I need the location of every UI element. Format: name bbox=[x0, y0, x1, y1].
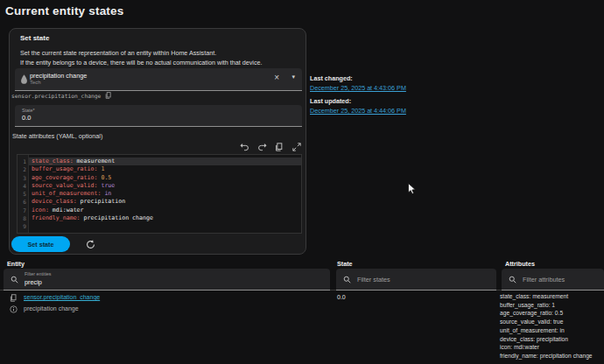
line-number: 6 bbox=[18, 198, 28, 206]
line-number: 4 bbox=[18, 182, 28, 190]
card-description-line1: Set the current state representation of … bbox=[20, 49, 216, 57]
editor-line[interactable]: state_class: measurement bbox=[29, 158, 301, 165]
search-icon bbox=[343, 276, 351, 284]
clear-entity-icon[interactable]: × bbox=[274, 73, 279, 83]
info-icon[interactable] bbox=[10, 305, 18, 313]
redo-icon[interactable] bbox=[257, 143, 267, 151]
set-state-card: Set state Set the current state represen… bbox=[9, 28, 306, 255]
last-updated-label: Last updated: bbox=[310, 97, 351, 105]
attribute-line: buffer_usage_ratio: 1 bbox=[500, 301, 604, 310]
line-number: 2 bbox=[18, 165, 28, 173]
attribute-line: unit_of_measurement: in bbox=[500, 326, 604, 335]
filter-entities-input[interactable]: Filter entities precip bbox=[4, 269, 330, 290]
last-updated-link[interactable]: December 25, 2025 at 4:44:06 PM bbox=[310, 107, 406, 115]
entity-picker[interactable]: precipitation change Tech × ▾ bbox=[15, 68, 302, 91]
search-icon bbox=[11, 276, 18, 284]
line-number: 9 bbox=[18, 222, 28, 230]
row-state-value: 0.0 bbox=[337, 294, 346, 300]
copy-entity-id-icon[interactable] bbox=[105, 92, 111, 99]
expand-editor-icon[interactable] bbox=[292, 143, 302, 151]
line-number: 7 bbox=[18, 206, 28, 214]
state-input[interactable]: State* 0.0 bbox=[15, 105, 302, 127]
line-number: 1 bbox=[18, 158, 28, 165]
entity-picker-value: precipitation change bbox=[30, 72, 87, 80]
attribute-line: source_value_valid: true bbox=[500, 318, 604, 326]
editor-code[interactable]: state_class: measurementbuffer_usage_rat… bbox=[29, 155, 301, 233]
yaml-attributes-label: State attributes (YAML, optional) bbox=[12, 132, 102, 140]
line-number: 5 bbox=[18, 190, 28, 198]
editor-line[interactable]: friendly_name: precipitation change bbox=[29, 214, 301, 222]
entity-id-text: sensor.precipitation_change bbox=[11, 93, 101, 99]
copy-yaml-icon[interactable] bbox=[275, 143, 284, 151]
yaml-editor[interactable]: 123456789 state_class: measurementbuffer… bbox=[17, 154, 302, 234]
state-input-value: 0.0 bbox=[22, 114, 31, 122]
column-header-state: State bbox=[337, 260, 353, 268]
chevron-down-icon[interactable]: ▾ bbox=[291, 74, 295, 80]
line-number: 8 bbox=[18, 214, 28, 222]
entity-picker-area: Tech bbox=[30, 80, 41, 85]
attribute-line: device_class: precipitation bbox=[500, 335, 604, 344]
line-number: 3 bbox=[18, 174, 28, 182]
row-friendly-name: precipitation change bbox=[24, 305, 79, 312]
page-title: Current entity states bbox=[5, 4, 123, 18]
last-changed-link[interactable]: December 25, 2025 at 4:43:06 PM bbox=[310, 84, 406, 92]
card-description-line2: If the entity belongs to a device, there… bbox=[20, 59, 262, 66]
water-drop-icon bbox=[20, 74, 28, 84]
set-state-button[interactable]: Set state bbox=[11, 236, 70, 252]
filter-attributes-input[interactable]: Filter attributes bbox=[502, 269, 604, 290]
editor-line[interactable]: unit_of_measurement: in bbox=[29, 190, 301, 198]
column-header-entity: Entity bbox=[7, 260, 25, 268]
editor-line[interactable]: age_coverage_ratio: 0.5 bbox=[29, 174, 301, 182]
editor-line[interactable]: source_value_valid: true bbox=[29, 182, 301, 190]
refresh-icon[interactable] bbox=[86, 240, 95, 249]
editor-line[interactable]: device_class: precipitation bbox=[29, 198, 301, 206]
state-input-label: State* bbox=[22, 108, 35, 113]
last-changed-label: Last changed: bbox=[310, 74, 353, 82]
copy-row-entity-icon[interactable] bbox=[10, 294, 17, 302]
filter-states-input[interactable]: Filter states bbox=[336, 269, 496, 290]
search-icon bbox=[509, 276, 516, 284]
column-header-attributes: Attributes bbox=[505, 260, 535, 268]
filter-entities-label: Filter entities bbox=[25, 271, 52, 276]
attribute-line: age_coverage_ratio: 0.5 bbox=[500, 309, 604, 318]
row-entity-link[interactable]: sensor.precipitation_change bbox=[24, 294, 100, 300]
mouse-cursor bbox=[408, 183, 417, 195]
undo-icon[interactable] bbox=[240, 143, 249, 151]
editor-line[interactable] bbox=[29, 222, 301, 230]
card-title: Set state bbox=[20, 34, 49, 42]
editor-line[interactable]: buffer_usage_ratio: 1 bbox=[29, 165, 301, 173]
filter-attributes-placeholder: Filter attributes bbox=[523, 276, 565, 284]
attribute-line: friendly_name: precipitation change bbox=[500, 352, 604, 360]
editor-toolbar bbox=[10, 143, 302, 151]
filter-entities-value: precip bbox=[25, 278, 42, 286]
filter-states-placeholder: Filter states bbox=[357, 276, 390, 284]
attribute-line: icon: mdi:water bbox=[500, 343, 604, 352]
attribute-line: state_class: measurement bbox=[500, 292, 604, 301]
editor-line[interactable]: icon: mdi:water bbox=[29, 206, 301, 214]
editor-gutter: 123456789 bbox=[18, 155, 29, 233]
row-attributes: state_class: measurementbuffer_usage_rat… bbox=[500, 292, 604, 360]
